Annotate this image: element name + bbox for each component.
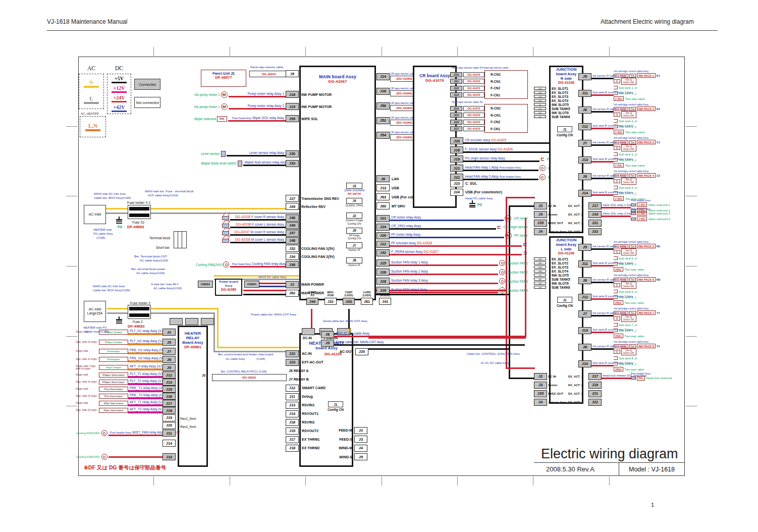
board-signal-label: INK PUMP MOTOR xyxy=(301,93,332,96)
subtank-line: Sub tank 6_H xyxy=(614,289,690,294)
connector-chip: J14 xyxy=(578,190,591,197)
ink-id-sw: Detect SW xyxy=(623,81,634,84)
external-devices: Ink cartridge control cable Assy DG-4109… xyxy=(614,103,690,117)
origin-side-label: Opp. side of origin xyxy=(76,395,99,398)
wire xyxy=(591,348,614,350)
wiring-row: J17 DG-41072 F-CN1 xyxy=(450,126,536,133)
slot-row: EX_SLOT4 xyxy=(552,269,570,273)
wire xyxy=(334,344,525,346)
legend-line-letter: +5V xyxy=(115,76,124,81)
connector-chip: J27 xyxy=(286,195,299,202)
connector-chip: J3 xyxy=(534,382,547,389)
ruler-row-letter xyxy=(66,267,77,337)
wiring-row: J20 xyxy=(76,421,176,429)
cable-label: Sub tank R control relay 1 Assy xyxy=(592,91,613,94)
connector-chip: CN301 xyxy=(244,281,259,288)
wire-wrap: Suction FAN relay4 Assy xyxy=(390,288,498,293)
connector-chip: J19 xyxy=(450,155,463,163)
board-signal-label: EX_ACT_2 xyxy=(568,384,588,387)
junction-r-bottom: J2 DC IN EX_ACT_1 J17 Valve SOL relay 1 … xyxy=(534,201,691,236)
cable-label: PF encoder Assy xyxy=(391,241,416,245)
ink-id-box: INK IDDetect SW xyxy=(621,144,636,151)
rev2-label: Rev2_thrm xyxy=(180,425,196,429)
ac-cable-note: H side bet. fuse-RLY xyxy=(151,283,179,286)
wire-wrap: Waste fluid sensor relay Assy xyxy=(243,161,286,166)
board-signal-label: FEED-M xyxy=(321,429,352,432)
slot-label: EX_SLOT3 xyxy=(552,95,568,98)
wire xyxy=(591,78,614,79)
ink-id-box: INK IDDetect SW xyxy=(621,282,636,289)
connector-icon xyxy=(614,186,618,189)
micro-switch: Sw xyxy=(629,344,636,348)
cable-part-box: DG-41096 xyxy=(614,278,628,282)
wiring-row: J34 COOLING FAN 2(5V) xyxy=(196,252,299,260)
cable-label: Head lock release SOL relay Assy xyxy=(603,374,630,378)
ruler-col-number xyxy=(154,476,230,486)
cable-label: Ink sensor R cable 1 Assy xyxy=(592,245,613,248)
wire-wrap: DG-42036 F cover L sensor Assy xyxy=(230,223,286,228)
sol-box: 2 SOL xyxy=(637,211,647,216)
device-label: Cooling FAN(24V) xyxy=(196,263,222,267)
serial-cable-wire xyxy=(348,309,350,328)
legend-line-letter: L,N xyxy=(88,123,97,129)
device-icon xyxy=(523,250,527,255)
wire-wrap: Ink sensor R cable 1 Assy xyxy=(591,74,614,79)
ink-pack-box: INK PACK 1 xyxy=(637,73,656,78)
legend-line-swatch xyxy=(84,102,99,104)
wiring-row: J42 P_RERA sensor Assy DG-41827 xyxy=(376,248,528,257)
cartridge-cable-label: Ink cartridge control cable Assy xyxy=(614,170,690,173)
wire-wrap: CNT-JC DC cable Assy xyxy=(334,332,525,337)
connector-chip xyxy=(185,318,198,325)
wire xyxy=(591,194,614,196)
wiring-row: J8 Ink sensor R cable 4 Assy Ink cartrid… xyxy=(578,168,690,185)
cable-label: M cover L sensor Assy xyxy=(251,238,284,241)
connector-chip: J3 xyxy=(534,211,547,218)
connector-chip: J29 xyxy=(376,287,390,294)
micro-switch: Sw xyxy=(629,311,636,315)
config-connector: J1 xyxy=(328,401,343,407)
wiring-row: Opp. side of origin After thermistor AFT… xyxy=(76,407,176,414)
subtank-label: Sub tank 6_L xyxy=(619,296,636,299)
connector-chip: J8 xyxy=(321,331,334,338)
cable-label: CR motor relay Assy xyxy=(391,216,421,219)
fuse-holder-label: Fuse holder 2 xyxy=(130,301,150,305)
wiring-row: J32 COOLING FAN 1(5V) xyxy=(196,244,299,252)
head-cn-label: F-CN1 xyxy=(491,127,500,131)
cable-label: PLT_T1 relay Assy (VJ16) xyxy=(130,372,168,376)
ink-id-sw: Detect SW xyxy=(623,181,634,184)
bottom-label2: (LVDS) xyxy=(345,294,353,297)
heater-device-box: Cooling FAN(24V) xyxy=(76,455,100,459)
connector-chip: J12 xyxy=(578,123,591,130)
external-devices: Ink cartridge control cable Assy DG-4109… xyxy=(614,274,690,288)
origin-side-label: Opp. side of origin xyxy=(76,341,99,344)
connector-chip: J18 xyxy=(534,257,546,260)
subtank-label: Sub tank 3_L xyxy=(619,158,636,162)
wire-wrap xyxy=(602,231,631,232)
wire-wrap: AFT_T2 relay Assy (VJ16) xyxy=(128,407,163,413)
ink-code: Y2 xyxy=(657,345,660,348)
wire-wrap: PLT_H2 relay Assy (VJ16) xyxy=(128,339,163,345)
connector-chip: J42 xyxy=(376,249,390,256)
valve-label: Two-way valve xyxy=(624,335,644,338)
board-signal-label: RSVOUT2 xyxy=(302,429,318,433)
ac-cable-note: AC cable Assy xyxy=(226,357,245,361)
device-icon xyxy=(221,151,226,157)
board-signal-label: EXDC OUT xyxy=(548,222,568,225)
cable-label: Ink sensor R cable 4 Assy xyxy=(592,345,613,348)
valve-label: Two-way valve xyxy=(625,97,644,100)
cable-label: Valve SOL relay 1 Assy xyxy=(603,203,630,207)
bottom-connector: MISC POW J31 xyxy=(321,291,340,305)
heater-device-box: Pre-thermistor xyxy=(99,394,128,399)
connector-chip: J22 xyxy=(286,350,299,357)
legend-dc-box: +5V +12V +24V +42V xyxy=(107,74,131,114)
connector-chip: J20 xyxy=(534,261,546,264)
subtank-label: Sub tank 5_H xyxy=(619,257,637,260)
connector-chip: J33 xyxy=(286,160,299,167)
wire-wrap: Suction FAN relay 2 Assy xyxy=(390,270,498,275)
port-label: LAN xyxy=(392,177,399,181)
board-signal-label: RSVIN1 xyxy=(302,403,314,407)
connector-chip: J19 xyxy=(163,414,176,421)
junction-cable-note: Cable bet. CONTROL-JUNCTION Assy xyxy=(467,352,520,356)
head-tape-header: Head tape electric cable X4 xyxy=(452,100,482,104)
cable-label: CR encoder Assy xyxy=(465,138,490,142)
